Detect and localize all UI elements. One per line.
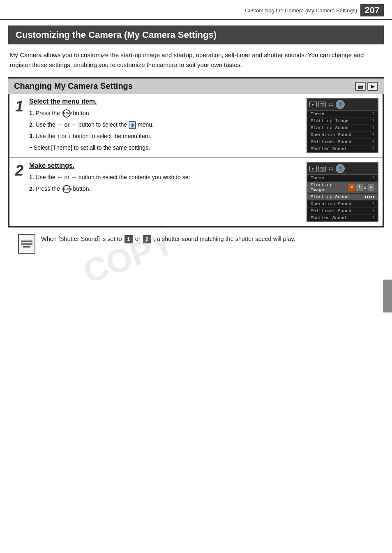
step-2-menu-image: ▶ 📷 11 👤 Theme1 Start-up Image ✖ 1 2 <box>307 162 378 222</box>
menu-row-self-sound: Selftimer Sound1 <box>307 139 378 146</box>
section-icons: 📷 ▶ <box>355 82 378 91</box>
menu-button-2[interactable]: MENU <box>62 185 71 193</box>
note-box: When [Shutter Sound] is set to 1 or 2 , … <box>8 227 384 259</box>
or-text-2: or <box>62 133 67 139</box>
step-1-menu-image: ▶ 📷 11 👤 Theme1 Start-up Image1 Start-up… <box>307 98 378 153</box>
startup-image-values: ✖ 1 2 ▶ <box>348 183 374 192</box>
section-header: Changing My Camera Settings 📷 ▶ <box>8 77 384 94</box>
menu-row-startup-image: Start-up Image1 <box>307 118 378 125</box>
step-1-title: Select the menu item. <box>29 98 302 105</box>
step-2-content: Make settings. 1. Use the ← or → button … <box>28 158 383 226</box>
play-icon: ▶ <box>367 82 378 91</box>
step-1-instr-2: 2. Use the ← or → button to select the 👤… <box>29 120 302 130</box>
play-tab: ▶ <box>309 102 317 107</box>
badge-1: 1 <box>125 235 133 243</box>
intro-text: My Camera allows you to customize the st… <box>0 50 392 77</box>
person-tab-active: 👤 <box>336 100 345 109</box>
play-tab-2: ▶ <box>309 166 317 171</box>
step-2-title: Make settings. <box>29 162 302 169</box>
step-1-row: 1 Select the menu item. 1. Press the MEN… <box>9 94 383 158</box>
or-text-note: or <box>135 236 142 242</box>
val-2: 2 <box>364 185 367 190</box>
section-title: Changing My Camera Settings <box>14 81 355 91</box>
note-line-2 <box>21 243 32 245</box>
step-1-note: • Select [Theme] to set all to the same … <box>29 144 302 151</box>
step-2-instr-1: 1. Use the ← or → button to select the c… <box>29 173 302 183</box>
note-text: When [Shutter Sound] is set to 1 or 2 , … <box>41 234 295 244</box>
menu-row-op-sound: Operation Sound1 <box>307 132 378 139</box>
or-text-1: or <box>65 121 69 128</box>
step-1-instr-1: 1. Press the MENU button. <box>29 109 302 118</box>
menu2-row-startup-image: Start-up Image ✖ 1 2 ▶ <box>307 182 378 194</box>
page-header-text: Customizing the Camera (My Camera Settin… <box>245 7 357 14</box>
startup-sound-values: ▮▮▮▮▮ <box>364 194 374 199</box>
or-text-3: or <box>65 174 69 180</box>
menu-row-startup-sound: Start-up Sound1 <box>307 125 378 132</box>
step-2-instr-2: 2. Press the MENU button. <box>29 184 302 194</box>
menu2-row-shutter-sound: Shutter Sound1 <box>307 215 378 221</box>
camera-tab: 📷 <box>318 102 326 107</box>
page-number: 207 <box>360 4 384 16</box>
menu2-row-op-sound: Operation Sound1 <box>307 201 378 208</box>
menu-row-theme: Theme1 <box>307 111 378 118</box>
menu-11-label: 11 <box>327 102 334 107</box>
step-2-number: 2 <box>9 158 28 226</box>
right-tab <box>383 280 392 312</box>
menu-row-shutter-sound: Shutter Sound1 <box>307 146 378 152</box>
step-1-number: 1 <box>9 94 28 157</box>
camera-icon: 📷 <box>355 82 366 91</box>
step-1-instr-3: 3. Use the ↑ or ↓ button to select the m… <box>29 132 302 141</box>
menu-button-1[interactable]: MENU <box>62 109 71 118</box>
val-1: 1 <box>356 184 363 191</box>
page-header: Customizing the Camera (My Camera Settin… <box>0 0 392 20</box>
badge-2: 2 <box>143 235 151 243</box>
step-2-text: Make settings. 1. Use the ← or → button … <box>29 162 302 222</box>
camera-tab-2: 📷 <box>318 166 326 171</box>
step-1-content: Select the menu item. 1. Press the MENU … <box>28 94 383 157</box>
steps-container: 1 Select the menu item. 1. Press the MEN… <box>8 94 384 227</box>
step-2-row: 2 Make settings. 1. Use the ← or → butto… <box>9 158 383 226</box>
note-icon <box>18 234 35 254</box>
menu-11-label-2: 11 <box>327 167 334 171</box>
menu2-row-self-sound: Selftimer Sound1 <box>307 208 378 215</box>
my-camera-menu-icon: 👤 <box>129 121 136 129</box>
menu2-row-theme: Theme1 <box>307 175 378 182</box>
note-line-1 <box>21 241 32 242</box>
person-tab-active-2: 👤 <box>336 164 345 173</box>
menu-header-1: ▶ 📷 11 👤 <box>307 99 378 111</box>
main-title: Customizing the Camera (My Camera Settin… <box>8 25 384 44</box>
step-1-text: Select the menu item. 1. Press the MENU … <box>29 98 302 153</box>
note-line-3 <box>23 246 30 248</box>
val-23: ▶ <box>368 184 374 191</box>
menu-header-2: ▶ 📷 11 👤 <box>307 163 378 175</box>
val-x: ✖ <box>348 184 355 191</box>
sound-bars: ▮▮▮▮▮ <box>364 194 374 199</box>
menu2-row-startup-sound: Start-up Sound ▮▮▮▮▮ <box>307 194 378 201</box>
